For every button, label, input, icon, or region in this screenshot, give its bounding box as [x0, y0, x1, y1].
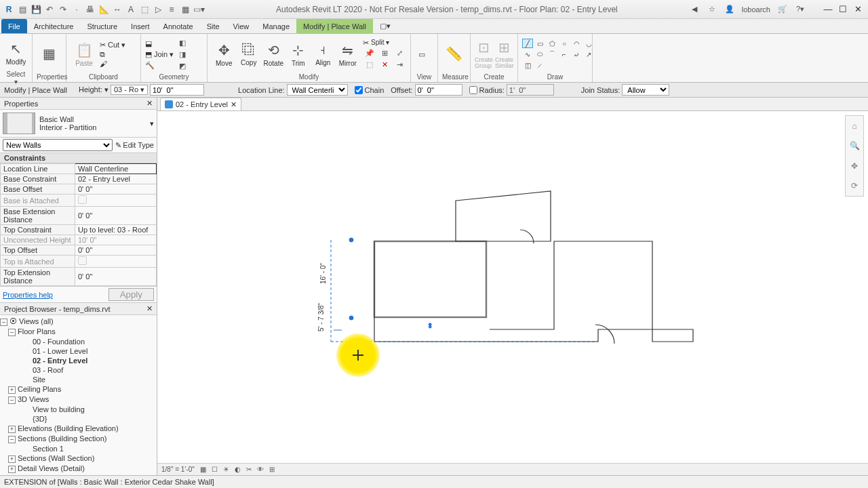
- prop-loc-line-value[interactable]: Wall Centerline: [75, 164, 157, 174]
- tree-elevations[interactable]: +Elevations (Building Elevation): [0, 424, 157, 434]
- tab-modify-place-wall[interactable]: Modify | Place Wall: [296, 19, 373, 33]
- offset-tool-icon[interactable]: ⇥: [393, 60, 406, 70]
- constraints-group-header[interactable]: Constraints: [0, 153, 157, 163]
- drawing-canvas[interactable]: ⇕ 16' - 0" 5' - 7 3/8" ⌂ 🔍 ✥ ⟳: [157, 111, 868, 463]
- pick-faces-icon[interactable]: ◫: [522, 60, 533, 70]
- tree-fp-01[interactable]: 01 - Lower Level: [0, 346, 157, 356]
- tree-section-1[interactable]: Section 1: [0, 444, 157, 453]
- rect-tool-icon[interactable]: ▭: [534, 39, 545, 48]
- tree-3d[interactable]: –3D Views: [0, 394, 157, 405]
- prop-base-offset-value[interactable]: 0' 0": [75, 184, 157, 195]
- mirror-button[interactable]: ⇋Mirror: [336, 37, 361, 72]
- pick-lines-icon[interactable]: ↗: [583, 49, 594, 59]
- tree-ceiling[interactable]: +Ceiling Plans: [0, 384, 157, 394]
- expand-icon[interactable]: +: [8, 466, 16, 473]
- measure-button[interactable]: 📏: [442, 37, 466, 72]
- height-input[interactable]: [150, 84, 204, 96]
- modify-button[interactable]: ↖Modify: [4, 35, 28, 70]
- save-icon[interactable]: 💾: [30, 3, 42, 16]
- user-icon[interactable]: 👤: [724, 4, 735, 15]
- geom-icon-1[interactable]: ◧: [176, 37, 189, 48]
- view-tab-entry-level[interactable]: 02 - Entry Level ✕: [160, 98, 241, 110]
- tree-fp-02[interactable]: 02 - Entry Level: [0, 356, 157, 365]
- tab-site[interactable]: Site: [200, 19, 226, 33]
- detail-level-icon[interactable]: ▦: [200, 466, 206, 473]
- crop-icon[interactable]: ✂: [246, 466, 252, 473]
- section-icon[interactable]: ▷: [152, 3, 164, 16]
- shadows-icon[interactable]: ◐: [235, 466, 241, 473]
- cut-button[interactable]: ✂Cut ▾: [100, 41, 125, 49]
- prop-top-offset-value[interactable]: 0' 0": [75, 245, 157, 256]
- tree-3d-default[interactable]: {3D}: [0, 414, 157, 424]
- apply-button[interactable]: Apply: [108, 288, 154, 301]
- tangent-arc-icon[interactable]: ⤾: [571, 49, 582, 59]
- tab-file[interactable]: File: [1, 19, 27, 33]
- nav-pan-icon[interactable]: ✥: [851, 161, 858, 171]
- nav-home-icon[interactable]: ⌂: [852, 121, 856, 131]
- maximize-button[interactable]: ☐: [835, 4, 850, 14]
- expand-icon[interactable]: +: [8, 386, 16, 394]
- trim-button[interactable]: ⊹Trim: [286, 37, 311, 72]
- geom-icon-2[interactable]: ◨: [176, 49, 189, 60]
- pin-icon[interactable]: 📌: [363, 48, 376, 59]
- move-button[interactable]: ✥Move: [212, 37, 237, 72]
- redo-icon[interactable]: ↷: [57, 3, 69, 16]
- partial-ellipse-icon[interactable]: ⌒: [547, 49, 557, 59]
- undo-icon[interactable]: ↶: [43, 3, 56, 16]
- prop-top-constraint-value[interactable]: Up to level: 03 - Roof: [75, 225, 157, 235]
- close-hidden-icon[interactable]: ▦: [179, 3, 191, 16]
- prop-base-ext-value[interactable]: 0' 0": [75, 207, 157, 225]
- tab-manage[interactable]: Manage: [256, 19, 296, 33]
- edit-type-button[interactable]: ✎Edit Type: [115, 141, 154, 150]
- tree-view-to-building[interactable]: View to building: [0, 405, 157, 414]
- tree-floor-plans[interactable]: –Floor Plans: [0, 327, 157, 337]
- copy-button[interactable]: ⿻Copy: [237, 37, 262, 72]
- delete-icon[interactable]: ✕: [378, 60, 391, 70]
- visual-style-icon[interactable]: ☐: [212, 466, 218, 473]
- arc3-tool-icon[interactable]: ◡: [583, 39, 594, 48]
- expand-icon[interactable]: –: [8, 396, 16, 404]
- sun-path-icon[interactable]: ☀: [223, 466, 229, 473]
- nav-orbit-icon[interactable]: ⟳: [851, 181, 858, 190]
- tab-insert[interactable]: Insert: [124, 19, 157, 33]
- loc-line-select[interactable]: Wall Centerline: [287, 84, 348, 96]
- filter-select[interactable]: New Walls: [3, 139, 113, 151]
- arc-tool-icon[interactable]: ◠: [571, 39, 582, 48]
- spline-tool-icon[interactable]: ∿: [522, 49, 533, 59]
- radius-checkbox[interactable]: [469, 86, 477, 94]
- measure-icon[interactable]: 📐: [98, 3, 110, 16]
- browser-close-button[interactable]: ✕: [146, 304, 153, 313]
- split-button[interactable]: ✂Split ▾: [363, 39, 406, 47]
- view-icon[interactable]: ▭: [415, 49, 429, 60]
- properties-button[interactable]: ▦: [37, 37, 62, 72]
- expand-icon[interactable]: –: [0, 319, 7, 326]
- type-selector[interactable]: Basic Wall Interior - Partition ▾: [0, 110, 157, 138]
- expand-icon[interactable]: –: [8, 436, 16, 443]
- join-button[interactable]: ⬒Join ▾: [145, 50, 174, 59]
- tree-sections-wall[interactable]: +Sections (Wall Section): [0, 453, 157, 464]
- thin-lines-icon[interactable]: ≡: [165, 3, 178, 16]
- expand-icon[interactable]: +: [8, 455, 16, 463]
- type-dropdown-icon[interactable]: ▾: [150, 119, 154, 128]
- tree-fp-03[interactable]: 03 - Roof: [0, 365, 157, 375]
- chain-checkbox[interactable]: [355, 86, 363, 94]
- expand-icon[interactable]: +: [8, 426, 16, 433]
- prop-top-ext-value[interactable]: 0' 0": [75, 268, 157, 286]
- match-button[interactable]: 🖌: [100, 60, 125, 68]
- prop-base-constraint-value[interactable]: 02 - Entry Level: [75, 174, 157, 184]
- rotate-button[interactable]: ⟲Rotate: [261, 37, 286, 72]
- offset-input[interactable]: [415, 84, 462, 96]
- ellipse-tool-icon[interactable]: ⬭: [534, 49, 545, 59]
- ribbon-expand-icon[interactable]: ▢▾: [373, 19, 397, 33]
- properties-help-link[interactable]: Properties help: [3, 291, 104, 299]
- navigation-bar[interactable]: ⌂ 🔍 ✥ ⟳: [845, 115, 864, 197]
- tree-detail-views[interactable]: +Detail Views (Detail): [0, 464, 157, 474]
- help-icon[interactable]: ?▾: [795, 4, 806, 15]
- tree-fp-00[interactable]: 00 - Foundation: [0, 337, 157, 346]
- open-icon[interactable]: ▤: [16, 3, 28, 16]
- expand-icon[interactable]: –: [8, 329, 16, 336]
- print-icon[interactable]: 🖶: [84, 3, 96, 16]
- demolish-button[interactable]: 🔨: [145, 61, 174, 70]
- fillet-arc-icon[interactable]: ⌐: [559, 49, 570, 59]
- text-icon[interactable]: A: [125, 3, 137, 16]
